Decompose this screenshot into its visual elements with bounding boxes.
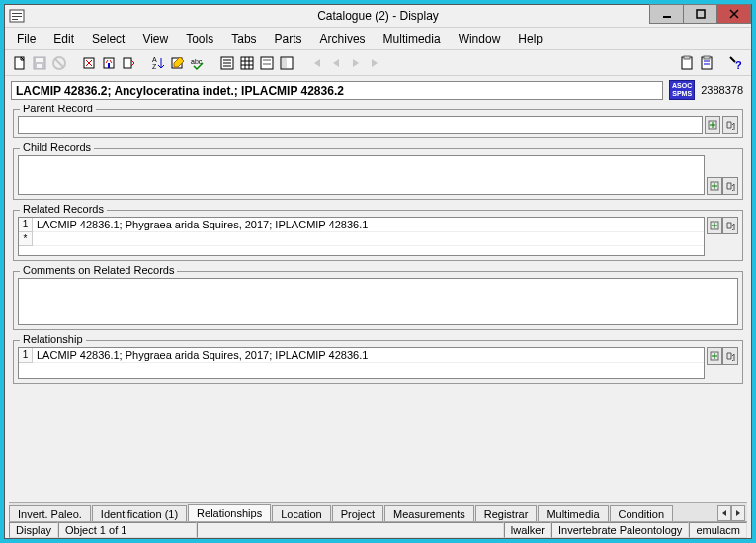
relationship-attach-button[interactable] <box>707 347 722 365</box>
asoc-badge[interactable]: ASOC SPMS <box>669 80 695 100</box>
row-text[interactable] <box>33 232 704 246</box>
row-text[interactable]: LACMIP 42836.1; Phygraea arida Squires, … <box>33 348 704 363</box>
child-records-list[interactable] <box>18 155 705 195</box>
relationship-view-button[interactable] <box>722 347 738 365</box>
child-attach-button[interactable] <box>707 177 722 195</box>
form-view-icon[interactable] <box>258 54 276 72</box>
menu-multimedia[interactable]: Multimedia <box>376 30 449 47</box>
tab-scroll <box>717 505 747 521</box>
row-number: * <box>19 232 33 246</box>
status-spacer <box>197 522 504 538</box>
list-item: * <box>19 232 704 246</box>
sort-icon[interactable]: AZ <box>149 54 167 72</box>
record-title: LACMIP 42836.2; Ancyloceratina indet.; I… <box>11 81 663 100</box>
comments-input[interactable] <box>18 278 738 325</box>
row-number: 1 <box>19 348 33 363</box>
svg-text:?: ? <box>735 59 742 71</box>
grid-view-icon[interactable] <box>238 54 256 72</box>
menu-edit[interactable]: Edit <box>45 30 82 47</box>
edit-icon[interactable] <box>169 54 187 72</box>
child-records-group: Child Records <box>13 148 743 200</box>
tab-condition[interactable]: Condition <box>610 505 673 521</box>
tab-project[interactable]: Project <box>332 505 383 521</box>
menu-archives[interactable]: Archives <box>312 30 374 47</box>
tab-multimedia[interactable]: Multimedia <box>538 505 608 521</box>
list-item: 1 LACMIP 42836.1; Phygraea arida Squires… <box>19 218 704 232</box>
save-icon[interactable] <box>31 54 48 72</box>
window-controls <box>650 4 751 24</box>
svg-rect-22 <box>263 63 271 65</box>
nav-prev-icon[interactable] <box>327 54 345 72</box>
tab-measurements[interactable]: Measurements <box>384 505 474 521</box>
list-view-icon[interactable] <box>218 54 236 72</box>
status-user: lwalker <box>504 522 551 538</box>
menu-parts[interactable]: Parts <box>267 30 310 47</box>
app-icon <box>9 8 25 24</box>
svg-rect-19 <box>241 57 253 69</box>
tab-invert-paleo-[interactable]: Invert. Paleo. <box>9 505 91 521</box>
child-records-label: Child Records <box>20 141 94 153</box>
tab-registrar[interactable]: Registrar <box>475 505 538 521</box>
related-view-button[interactable] <box>722 217 738 234</box>
maximize-button[interactable] <box>683 4 717 24</box>
menu-bar: File Edit Select View Tools Tabs Parts A… <box>5 28 751 50</box>
tab-relationships[interactable]: Relationships <box>188 504 271 521</box>
new-icon[interactable] <box>11 54 29 72</box>
tab-identification-1-[interactable]: Identification (1) <box>92 505 187 521</box>
menu-file[interactable]: File <box>9 30 43 47</box>
app-window: Catalogue (2) - Display File Edit Select… <box>4 4 752 539</box>
cut-icon[interactable] <box>100 54 118 72</box>
relationship-list[interactable]: 1 LACMIP 42836.1; Phygraea arida Squires… <box>18 347 705 379</box>
stop-icon[interactable] <box>50 54 68 72</box>
status-database: emulacm <box>689 522 747 538</box>
tab-location[interactable]: Location <box>272 505 331 521</box>
undo-icon[interactable] <box>80 54 98 72</box>
help-icon[interactable]: ? <box>727 54 745 72</box>
related-records-label: Related Records <box>20 203 107 215</box>
menu-help[interactable]: Help <box>510 30 550 47</box>
menu-select[interactable]: Select <box>84 30 132 47</box>
related-records-list[interactable]: 1 LACMIP 42836.1; Phygraea arida Squires… <box>18 217 705 256</box>
nav-last-icon[interactable] <box>367 54 384 72</box>
svg-text:Z: Z <box>152 63 157 70</box>
parent-view-button[interactable] <box>722 116 738 134</box>
window-title: Catalogue (2) - Display <box>5 9 751 23</box>
spellcheck-icon[interactable]: abc <box>189 54 207 72</box>
row-text[interactable]: LACMIP 42836.1; Phygraea arida Squires, … <box>33 218 704 232</box>
copy-icon[interactable] <box>120 54 137 72</box>
menu-window[interactable]: Window <box>451 30 509 47</box>
svg-rect-21 <box>263 59 271 61</box>
close-button[interactable] <box>716 4 751 24</box>
svg-rect-4 <box>663 16 671 18</box>
svg-rect-28 <box>704 56 710 59</box>
comments-group: Comments on Related Records <box>13 271 743 330</box>
comments-label: Comments on Related Records <box>20 264 177 276</box>
child-view-button[interactable] <box>722 177 738 195</box>
svg-rect-26 <box>684 56 690 59</box>
svg-rect-1 <box>12 13 22 14</box>
related-attach-button[interactable] <box>707 217 722 234</box>
menu-tabs[interactable]: Tabs <box>223 30 264 47</box>
list-item: 1 LACMIP 42836.1; Phygraea arida Squires… <box>19 348 704 363</box>
parent-record-group: Parent Record <box>13 109 743 138</box>
status-mode: Display <box>9 522 58 538</box>
related-records-group: Related Records 1 LACMIP 42836.1; Phygra… <box>13 210 743 261</box>
svg-rect-3 <box>12 19 18 20</box>
menu-view[interactable]: View <box>134 30 176 47</box>
nav-next-icon[interactable] <box>347 54 365 72</box>
relationship-label: Relationship <box>20 333 86 345</box>
detail-view-icon[interactable] <box>278 54 295 72</box>
clipboard-b-icon[interactable] <box>698 54 715 72</box>
parent-attach-button[interactable] <box>705 116 720 134</box>
parent-record-input[interactable] <box>18 116 703 134</box>
minimize-button[interactable] <box>649 4 684 24</box>
content-area: Parent Record Child Records Related <box>9 105 747 504</box>
menu-tools[interactable]: Tools <box>178 30 221 47</box>
svg-rect-9 <box>37 64 42 68</box>
svg-rect-24 <box>282 58 287 68</box>
tab-scroll-right[interactable] <box>731 505 745 521</box>
nav-first-icon[interactable] <box>307 54 325 72</box>
clipboard-a-icon[interactable] <box>678 54 696 72</box>
tab-scroll-left[interactable] <box>717 505 731 521</box>
status-position: Object 1 of 1 <box>58 522 197 538</box>
